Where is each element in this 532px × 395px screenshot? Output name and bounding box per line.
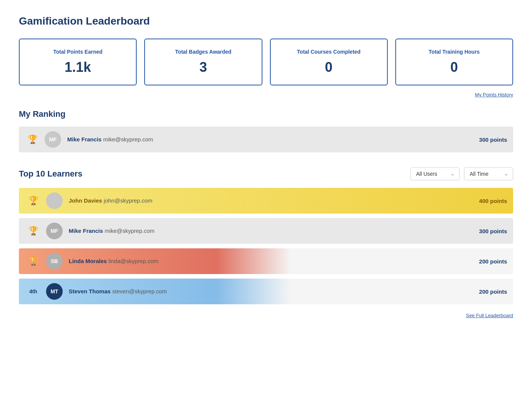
learner-info-3: Steven Thomas steven@skyprep.com [69, 288, 479, 295]
learner-points-2: 200 points [479, 258, 507, 265]
stat-value-1: 3 [153, 59, 254, 75]
learner-row: 4thMTSteven Thomas steven@skyprep.com200… [19, 279, 513, 304]
filter-time-dropdown[interactable]: All Time ⌵ [464, 167, 513, 180]
learner-points-0: 400 points [479, 198, 507, 204]
rank-cell-0: 🏆 [25, 196, 42, 206]
top10-header: Top 10 Learners All Users ⌵ All Time ⌵ [19, 167, 513, 180]
my-ranking-email: mike@skyprep.com [103, 136, 153, 143]
points-history-link[interactable]: My Points History [475, 92, 513, 98]
avatar-2: SB [46, 253, 63, 270]
learner-info-1: Mike Francis mike@skyprep.com [69, 228, 479, 234]
my-rank-trophy-icon: 🏆 [25, 135, 40, 144]
see-full-link-container: See Full Leaderboard [19, 312, 513, 319]
my-ranking-section: My Ranking 🏆 MF Mike Francis mike@skypre… [19, 109, 513, 152]
my-ranking-title: My Ranking [19, 109, 513, 119]
learner-email-1: mike@skyprep.com [105, 228, 154, 234]
avatar-3: MT [46, 283, 63, 300]
stat-label-0: Total Points Earned [27, 49, 128, 55]
avatar-1: MF [46, 223, 63, 239]
filter-time-label: All Time [470, 171, 489, 177]
top10-title: Top 10 Learners [19, 169, 410, 179]
rank-number-3: 4th [29, 288, 37, 294]
chevron-down-icon: ⌵ [451, 171, 454, 177]
filter-users-dropdown[interactable]: All Users ⌵ [410, 167, 460, 180]
filter-users-label: All Users [416, 171, 437, 177]
learner-row: 🏆MFMike Francis mike@skyprep.com300 poin… [19, 218, 513, 244]
filter-dropdowns: All Users ⌵ All Time ⌵ [410, 167, 513, 180]
my-ranking-info: Mike Francis mike@skyprep.com [67, 136, 479, 143]
my-ranking-avatar: MF [45, 131, 61, 148]
learner-name-1: Mike Francis [69, 228, 103, 234]
stat-card-3: Total Training Hours 0 [395, 39, 513, 85]
top10-section: Top 10 Learners All Users ⌵ All Time ⌵ 🏆… [19, 167, 513, 319]
learner-name-0: John Davies [69, 197, 102, 204]
rank-cell-1: 🏆 [25, 226, 42, 236]
silver-trophy-icon: 🏆 [28, 226, 39, 235]
stat-label-3: Total Training Hours [404, 49, 505, 55]
learner-row: 🏆SBLinda Morales linda@skyprep.com200 po… [19, 248, 513, 274]
bronze-trophy-icon: 🏆 [28, 256, 39, 266]
page-title: Gamification Leaderboard [19, 15, 513, 27]
learner-row: 🏆John Davies john@skyprep.com400 points [19, 188, 513, 214]
learner-name-3: Steven Thomas [69, 288, 111, 294]
avatar-0 [46, 192, 63, 209]
rank-cell-3: 4th [25, 288, 42, 295]
learners-list: 🏆John Davies john@skyprep.com400 points🏆… [19, 188, 513, 304]
see-full-leaderboard-link[interactable]: See Full Leaderboard [466, 313, 513, 318]
learner-email-3: steven@skyprep.com [112, 288, 167, 294]
stat-value-3: 0 [404, 59, 505, 75]
stat-card-2: Total Courses Completed 0 [270, 39, 388, 85]
my-ranking-name: Mike Francis [67, 136, 102, 143]
learner-email-2: linda@skyprep.com [108, 258, 158, 264]
stat-value-2: 0 [278, 59, 379, 75]
chevron-down-icon-2: ⌵ [505, 171, 507, 177]
learner-points-1: 300 points [479, 228, 507, 234]
stats-grid: Total Points Earned 1.1k Total Badges Aw… [19, 39, 513, 85]
stat-value-0: 1.1k [27, 59, 128, 75]
learner-email-0: john@skyprep.com [104, 197, 153, 204]
rank-cell-2: 🏆 [25, 256, 42, 266]
points-history-link-container: My Points History [19, 91, 513, 98]
learner-info-0: John Davies john@skyprep.com [69, 197, 479, 204]
stat-label-2: Total Courses Completed [278, 49, 379, 55]
stat-label-1: Total Badges Awarded [153, 49, 254, 55]
learner-info-2: Linda Morales linda@skyprep.com [69, 258, 479, 265]
learner-name-2: Linda Morales [69, 258, 107, 264]
my-ranking-row: 🏆 MF Mike Francis mike@skyprep.com 300 p… [19, 127, 513, 152]
stat-card-1: Total Badges Awarded 3 [144, 39, 262, 85]
my-ranking-points: 300 points [479, 136, 507, 143]
stat-card-0: Total Points Earned 1.1k [19, 39, 137, 85]
learner-points-3: 200 points [479, 288, 507, 295]
gold-trophy-icon: 🏆 [28, 196, 39, 205]
